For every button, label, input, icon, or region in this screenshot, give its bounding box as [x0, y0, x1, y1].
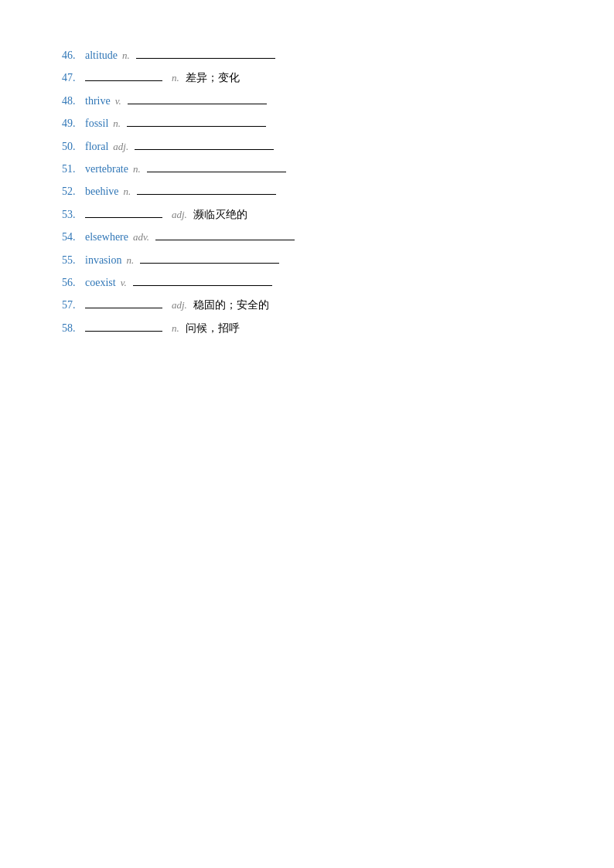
item-pos: n. [124, 184, 131, 200]
item-pos: n. [172, 70, 179, 87]
item-meaning: 濒临灭绝的 [193, 206, 247, 223]
answer-blank[interactable] [85, 319, 162, 332]
list-item: 57.adj.稳固的；安全的 [62, 296, 552, 314]
item-word: invasion [85, 252, 121, 269]
item-pos: adj. [172, 207, 187, 223]
item-word: floral [85, 138, 108, 155]
item-number: 50. [62, 138, 85, 155]
item-word: thrive [85, 93, 111, 110]
item-word: altitude [85, 47, 118, 64]
item-number: 51. [62, 161, 85, 178]
item-number: 49. [62, 115, 85, 132]
item-pos: adj. [172, 298, 187, 314]
answer-blank[interactable] [140, 251, 279, 264]
item-number: 48. [62, 93, 85, 110]
item-pos: n. [122, 48, 130, 64]
list-item: 52.beehiven. [62, 182, 552, 200]
item-pos: n. [172, 321, 179, 337]
answer-blank[interactable] [127, 114, 266, 127]
item-number: 56. [62, 274, 85, 291]
list-item: 53.adj.濒临灭绝的 [62, 206, 552, 223]
item-word: beehive [85, 183, 119, 200]
answer-blank[interactable] [155, 228, 295, 240]
item-word: fossil [85, 115, 108, 132]
answer-blank[interactable] [135, 138, 274, 150]
item-pos: adj. [113, 139, 128, 155]
answer-blank[interactable] [137, 182, 276, 195]
item-word: vertebrate [85, 161, 128, 178]
item-word: coexist [85, 274, 116, 291]
list-item: 51.vertebraten. [62, 160, 552, 178]
item-number: 47. [62, 70, 85, 87]
list-item: 58.n.问候，招呼 [62, 319, 552, 337]
item-number: 52. [62, 183, 85, 200]
item-pos: v. [115, 94, 121, 110]
item-pos: n. [133, 162, 141, 178]
list-item: 47.n.差异；变化 [62, 69, 552, 87]
list-item: 50.floraladj. [62, 138, 552, 155]
item-meaning: 问候，招呼 [186, 320, 240, 337]
answer-blank[interactable] [85, 296, 162, 308]
answer-blank[interactable] [85, 206, 162, 218]
item-number: 54. [62, 229, 85, 246]
item-pos: adv. [133, 230, 149, 246]
item-number: 58. [62, 320, 85, 337]
answer-blank[interactable] [128, 92, 267, 104]
item-pos: v. [121, 275, 127, 291]
item-number: 46. [62, 47, 85, 64]
item-number: 53. [62, 206, 85, 223]
answer-blank[interactable] [85, 69, 162, 81]
list-item: 49.fossiln. [62, 114, 552, 132]
answer-blank[interactable] [136, 46, 275, 59]
item-word: elsewhere [85, 229, 128, 246]
list-item: 54.elsewhereadv. [62, 228, 552, 246]
item-number: 55. [62, 252, 85, 269]
item-meaning: 稳固的；安全的 [193, 297, 269, 314]
list-item: 56.coexistv. [62, 274, 552, 291]
vocabulary-list: 46.altituden.47.n.差异；变化48.thrivev.49.fos… [62, 46, 552, 337]
answer-blank[interactable] [133, 274, 272, 286]
answer-blank[interactable] [147, 160, 286, 172]
item-pos: n. [113, 116, 121, 132]
list-item: 48.thrivev. [62, 92, 552, 110]
item-pos: n. [126, 253, 134, 269]
list-item: 55.invasionn. [62, 251, 552, 269]
item-meaning: 差异；变化 [186, 70, 240, 87]
list-item: 46.altituden. [62, 46, 552, 64]
item-number: 57. [62, 297, 85, 314]
